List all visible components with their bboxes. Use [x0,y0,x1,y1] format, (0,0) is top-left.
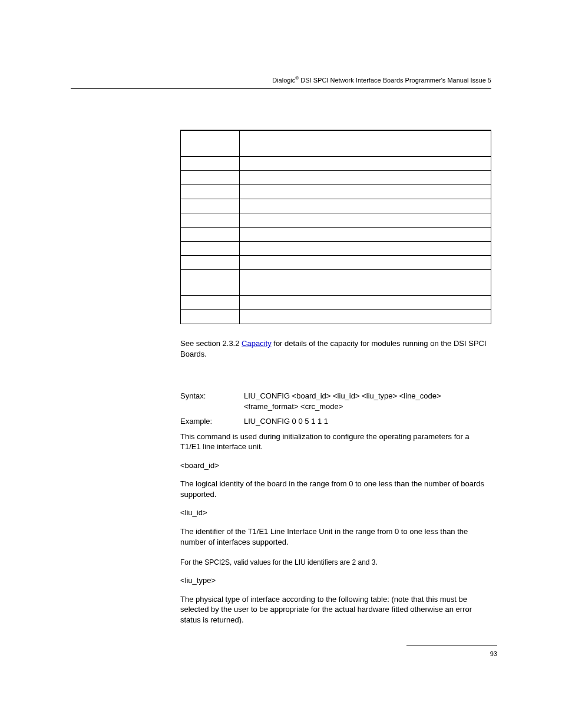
table-row [181,157,491,171]
table-row [181,185,491,199]
syntax-label: Syntax: [180,391,244,411]
table-row [181,242,491,256]
main-content: See section 2.3.2 Capacity for details o… [180,130,491,633]
header-rule [71,88,491,89]
table-row [181,310,491,324]
header-brand: Dialogic [272,77,295,84]
syntax-value: LIU_CONFIG <board_id> <liu_id> <liu_type… [244,391,491,411]
table-row [181,296,491,310]
see-prefix: See section 2.3.2 [180,339,242,348]
example-value: LIU_CONFIG 0 0 5 1 1 1 [244,416,491,427]
header-rest: DSI SPCI Network Interface Boards Progra… [299,77,491,84]
table-row [181,228,491,242]
footer-rule [406,645,497,645]
table-row [181,256,491,270]
capacity-link[interactable]: Capacity [242,339,272,348]
table-row [181,270,491,296]
syntax-row: Syntax: LIU_CONFIG <board_id> <liu_id> <… [180,391,491,411]
options-table [180,130,491,324]
board-id-tag: <board_id> [180,460,491,471]
liu-id-tag: <liu_id> [180,508,491,518]
example-label: Example: [180,416,244,427]
intro-para: This command is used during initializati… [180,431,491,452]
liu-type-desc: The physical type of interface according… [180,594,491,625]
table-row [181,131,491,157]
see-section-para: See section 2.3.2 Capacity for details o… [180,338,491,359]
liu-id-desc: The identifier of the T1/E1 Line Interfa… [180,526,491,547]
table-row [181,199,491,213]
liu-type-tag: <liu_type> [180,575,491,586]
board-id-desc: The logical identity of the board in the… [180,479,491,499]
spci2s-note: For the SPCI2S, valid values for the LIU… [180,558,491,567]
table-row [181,213,491,228]
example-row: Example: LIU_CONFIG 0 0 5 1 1 1 [180,416,491,427]
page-number: 93 [490,650,497,657]
table-row [181,171,491,185]
page-header: Dialogic® DSI SPCI Network Interface Boa… [71,75,491,84]
